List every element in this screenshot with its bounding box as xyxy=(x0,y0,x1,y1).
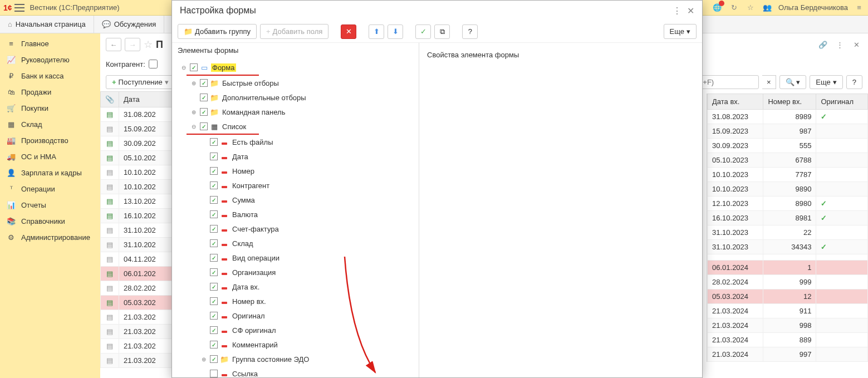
tree-checkbox[interactable] xyxy=(210,312,218,320)
sidebar-item-2[interactable]: ₽Банк и касса xyxy=(0,68,100,84)
table-row[interactable]: ▤30.09.202 xyxy=(101,136,173,151)
table-row[interactable]: 31.10.202334343✓ xyxy=(708,240,868,254)
tree-node[interactable]: Склад xyxy=(172,236,419,251)
add-group-button[interactable]: 📁Добавить группу xyxy=(178,24,257,39)
link-icon[interactable]: 🔗 xyxy=(817,38,829,51)
tree-node[interactable]: Оригинал xyxy=(172,308,419,323)
table-row[interactable]: ▤31.10.202 xyxy=(101,238,173,252)
tree-toggle[interactable]: ⊕ xyxy=(190,109,198,115)
tree-node[interactable]: 📁Дополнительные отборы xyxy=(172,90,419,105)
table-row[interactable]: 15.09.2023987 xyxy=(708,124,868,139)
tree-checkbox[interactable] xyxy=(210,326,218,334)
table-row[interactable] xyxy=(708,254,868,261)
sidebar-item-3[interactable]: 🛍Продажи xyxy=(0,84,100,100)
table-row[interactable]: 05.03.202412 xyxy=(708,289,868,304)
table-row[interactable]: 06.01.20241 xyxy=(708,261,868,275)
search-clear-button[interactable]: × xyxy=(762,75,776,89)
table-row[interactable]: 28.02.2024999 xyxy=(708,275,868,289)
tree-checkbox[interactable] xyxy=(210,153,218,160)
table-row[interactable]: 30.09.2023555 xyxy=(708,139,868,153)
table-row[interactable]: ▤21.03.202 xyxy=(101,354,173,368)
nav-back-button[interactable]: ← xyxy=(106,38,121,51)
filter-checkbox[interactable] xyxy=(149,60,158,68)
tree-checkbox[interactable] xyxy=(210,210,218,218)
tree-node[interactable]: Сумма xyxy=(172,193,419,207)
tree-checkbox[interactable] xyxy=(210,370,218,377)
sidebar-item-8[interactable]: 👤Зарплата и кадры xyxy=(0,165,100,181)
col-date[interactable]: Дата xyxy=(119,92,173,107)
sidebar-item-9[interactable]: ᵀОперации xyxy=(0,181,100,197)
sidebar-item-12[interactable]: ⚙Администрирование xyxy=(0,229,100,246)
tree-checkbox[interactable] xyxy=(210,355,218,363)
nav-forward-button[interactable]: → xyxy=(125,38,140,51)
tree-node[interactable]: ⊖▭Форма xyxy=(172,60,419,75)
tree-node[interactable]: Ссылка xyxy=(172,366,419,377)
tree-node[interactable]: ⊕📁Быстрые отборы xyxy=(172,76,419,90)
sidebar-item-7[interactable]: 🚚ОС и НМА xyxy=(0,149,100,165)
tree-checkbox[interactable] xyxy=(200,108,208,116)
tree-checkbox[interactable] xyxy=(210,297,218,305)
history-icon[interactable]: ↻ xyxy=(728,2,739,13)
notifications-icon[interactable]: 🌐 xyxy=(712,2,723,13)
table-row[interactable]: 31.10.202322 xyxy=(708,225,868,240)
burger-icon[interactable] xyxy=(14,4,24,12)
tree-checkbox[interactable] xyxy=(210,181,218,189)
table-row[interactable]: ▤10.10.202 xyxy=(101,165,173,180)
tree-node[interactable]: СФ оригинал xyxy=(172,323,419,337)
dialog-close-icon[interactable]: ✕ xyxy=(687,6,694,16)
table-row[interactable]: 21.03.2024889 xyxy=(708,333,868,347)
tree-toggle[interactable]: ⊖ xyxy=(190,124,198,130)
table-row[interactable]: ▤06.01.202 xyxy=(101,267,173,281)
sidebar-item-6[interactable]: 🏭Производство xyxy=(0,132,100,149)
table-row[interactable]: ▤13.10.202 xyxy=(101,194,173,209)
tree-checkbox[interactable] xyxy=(210,268,218,276)
col-date-in[interactable]: Дата вх. xyxy=(708,94,763,110)
tab-home[interactable]: ⌂ Начальная страница xyxy=(0,16,94,33)
table-row[interactable]: ▤04.11.202 xyxy=(101,252,173,267)
sidebar-item-4[interactable]: 🛒Покупки xyxy=(0,100,100,116)
table-row[interactable]: 21.03.2024911 xyxy=(708,304,868,318)
user-name[interactable]: Ольга Бердечникова xyxy=(778,3,848,12)
table-row[interactable]: ▤05.10.202 xyxy=(101,151,173,165)
table-row[interactable]: 31.08.20238989✓ xyxy=(708,110,868,124)
settings-icon[interactable]: ≡ xyxy=(854,2,865,13)
add-button[interactable]: Поступление ▾ xyxy=(106,75,175,89)
move-down-button[interactable]: ⬇ xyxy=(388,24,403,39)
more-icon[interactable]: ⋮ xyxy=(833,38,846,51)
table-row[interactable]: ▤31.08.202 xyxy=(101,107,173,122)
apply-button[interactable]: ✓ xyxy=(415,24,431,39)
tree-node[interactable]: Валюта xyxy=(172,207,419,222)
table-row[interactable]: 21.03.2024998 xyxy=(708,318,868,333)
tree-node[interactable]: Комментарий xyxy=(172,337,419,352)
table-row[interactable]: ▤21.03.202 xyxy=(101,310,173,325)
tree-checkbox[interactable] xyxy=(210,225,218,233)
table-row[interactable]: 10.10.20239890 xyxy=(708,182,868,197)
more-button[interactable]: Еще ▾ xyxy=(810,75,842,89)
tree-checkbox[interactable] xyxy=(210,239,218,247)
tree-node[interactable]: Есть файлы xyxy=(172,135,419,149)
tree-node[interactable]: ⊕📁Командная панель xyxy=(172,105,419,119)
col-attach[interactable]: 📎 xyxy=(101,92,119,107)
table-row[interactable]: 12.10.20238980✓ xyxy=(708,197,868,211)
table-row[interactable]: 21.03.2024997 xyxy=(708,347,868,362)
dialog-menu-icon[interactable]: ⋮ xyxy=(673,6,681,16)
tree-node[interactable]: ⊕📁Группа состояние ЭДО xyxy=(172,352,419,366)
table-row[interactable]: ▤16.10.202 xyxy=(101,209,173,223)
tree-checkbox[interactable] xyxy=(210,196,218,204)
tree-node[interactable]: Контрагент xyxy=(172,178,419,193)
tree-toggle[interactable]: ⊕ xyxy=(200,356,208,362)
sidebar-item-1[interactable]: 📈Руководителю xyxy=(0,52,100,68)
dialog-more-button[interactable]: Еще ▾ xyxy=(664,24,697,39)
help-button[interactable]: ? xyxy=(846,75,862,89)
tree-checkbox[interactable] xyxy=(210,167,218,175)
tree-toggle[interactable]: ⊖ xyxy=(180,65,188,71)
tree-node[interactable]: Дата вх. xyxy=(172,279,419,294)
delete-button[interactable]: ✕ xyxy=(341,24,356,39)
sidebar-item-11[interactable]: 📚Справочники xyxy=(0,213,100,229)
tree-node[interactable]: Дата xyxy=(172,149,419,164)
table-row[interactable]: ▤10.10.202 xyxy=(101,180,173,194)
tree-checkbox[interactable] xyxy=(190,63,198,71)
tree-toggle[interactable]: ⊕ xyxy=(190,80,198,86)
star-icon[interactable]: ☆ xyxy=(144,38,153,51)
search-button[interactable]: 🔍 ▾ xyxy=(779,75,807,89)
